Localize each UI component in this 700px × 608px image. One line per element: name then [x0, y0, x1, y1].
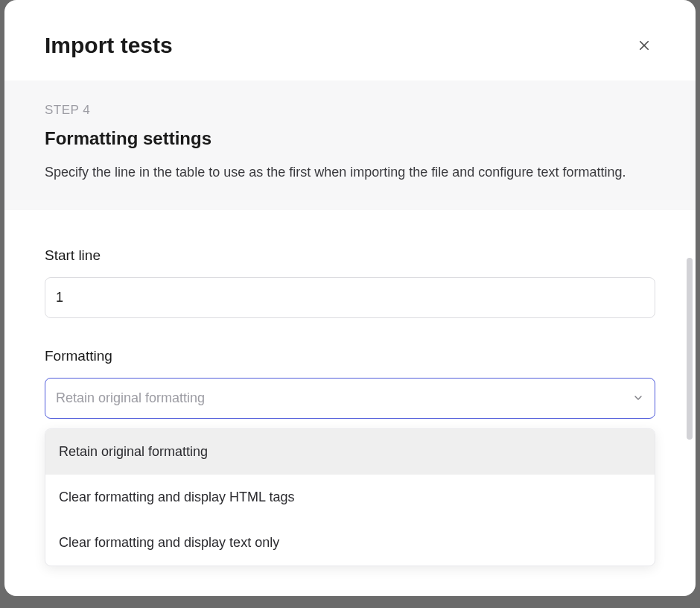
start-line-input[interactable] — [45, 277, 655, 318]
start-line-group: Start line — [45, 247, 655, 318]
formatting-option[interactable]: Retain original formatting — [45, 429, 655, 475]
step-panel: STEP 4 Formatting settings Specify the l… — [4, 80, 696, 210]
modal-title: Import tests — [45, 33, 173, 58]
step-title: Formatting settings — [45, 128, 655, 149]
chevron-down-icon — [632, 392, 644, 404]
step-label: STEP 4 — [45, 103, 655, 118]
formatting-group: Formatting Retain original formatting Re… — [45, 348, 655, 419]
close-icon — [637, 39, 651, 52]
step-description: Specify the line in the table to use as … — [45, 162, 655, 183]
formatting-select-wrapper: Retain original formatting Retain origin… — [45, 378, 655, 419]
form-section: Start line Formatting Retain original fo… — [4, 210, 696, 471]
modal-header: Import tests — [4, 0, 696, 80]
formatting-option[interactable]: Clear formatting and display text only — [45, 520, 655, 566]
formatting-option[interactable]: Clear formatting and display HTML tags — [45, 475, 655, 520]
start-line-label: Start line — [45, 247, 655, 264]
import-tests-modal: Import tests STEP 4 Formatting settings … — [4, 0, 696, 596]
formatting-dropdown: Retain original formatting Clear formatt… — [45, 428, 655, 566]
formatting-select[interactable]: Retain original formatting — [45, 378, 655, 419]
scrollbar-thumb[interactable] — [687, 258, 693, 440]
formatting-selected-value: Retain original formatting — [56, 390, 205, 406]
formatting-label: Formatting — [45, 348, 655, 364]
close-button[interactable] — [633, 34, 655, 57]
